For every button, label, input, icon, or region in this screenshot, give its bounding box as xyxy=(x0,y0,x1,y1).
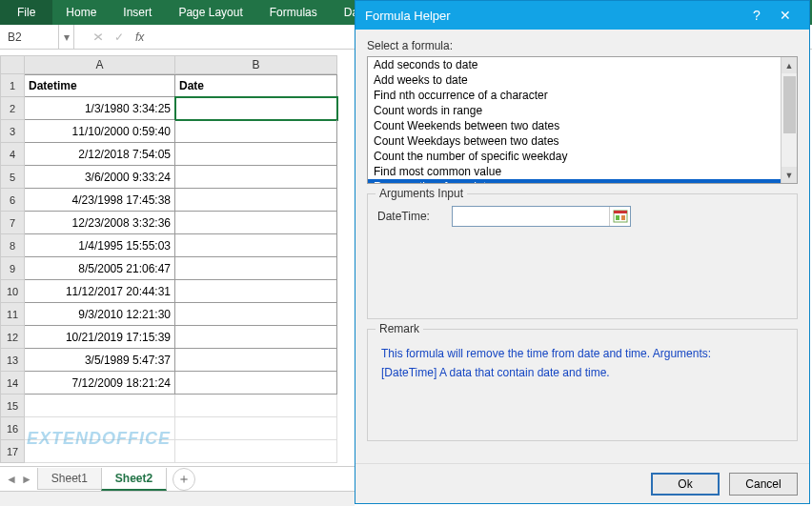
remark-line-1: This formula will remove the time from d… xyxy=(381,347,783,360)
row-header[interactable]: 3 xyxy=(0,120,25,143)
formula-option[interactable]: Add weeks to date xyxy=(368,72,781,88)
formula-option[interactable]: Find most common value xyxy=(368,164,781,179)
cell-b1[interactable]: Date xyxy=(175,74,337,97)
formula-option[interactable]: Count words in range xyxy=(368,103,781,118)
row-header[interactable]: 12 xyxy=(0,326,25,349)
row-header[interactable]: 9 xyxy=(0,257,25,280)
sheet-nav-prev-icon[interactable]: ◄ xyxy=(6,473,17,486)
row-header[interactable]: 13 xyxy=(0,349,25,372)
sheet-tab-sheet1[interactable]: Sheet1 xyxy=(37,468,102,490)
remark-line-2: [DateTime] A data that contain date and … xyxy=(381,366,783,379)
formula-option[interactable]: Count the number of specific weekday xyxy=(368,149,781,164)
cell-b15[interactable] xyxy=(175,395,337,417)
cancel-formula-icon[interactable]: ✕ xyxy=(92,30,104,44)
cell-a4[interactable]: 2/12/2018 7:54:05 xyxy=(25,143,175,166)
cell-a3[interactable]: 11/10/2000 0:59:40 xyxy=(25,120,175,143)
cell-b3[interactable] xyxy=(175,120,337,143)
cell-b12[interactable] xyxy=(175,326,337,349)
remark-legend: Remark xyxy=(376,322,423,335)
cell-b9[interactable] xyxy=(175,257,337,280)
row-header[interactable]: 11 xyxy=(0,303,25,326)
formula-option[interactable]: Count Weekdays between two dates xyxy=(368,133,781,149)
cell-b16[interactable] xyxy=(175,417,337,440)
arg-datetime-input[interactable] xyxy=(452,206,631,227)
cell-a5[interactable]: 3/6/2000 9:33:24 xyxy=(25,166,175,189)
scroll-down-icon[interactable]: ▼ xyxy=(782,167,797,183)
cell-b11[interactable] xyxy=(175,303,337,326)
sheet-tab-sheet2[interactable]: Sheet2 xyxy=(101,468,167,491)
formula-option[interactable]: Add seconds to date xyxy=(368,57,781,72)
row-header[interactable]: 16 xyxy=(0,417,25,440)
formula-list-scrollbar[interactable]: ▲ ▼ xyxy=(781,57,797,183)
scroll-up-icon[interactable]: ▲ xyxy=(782,57,797,73)
row-header[interactable]: 17 xyxy=(0,440,25,463)
row-header[interactable]: 6 xyxy=(0,189,25,212)
formula-list-items[interactable]: Add seconds to dateAdd weeks to dateFind… xyxy=(368,57,781,183)
cell-a12[interactable]: 10/21/2019 17:15:39 xyxy=(25,326,175,349)
formula-list: Add seconds to dateAdd weeks to dateFind… xyxy=(367,56,798,184)
cell-b17[interactable] xyxy=(175,440,337,463)
formula-option[interactable]: Remove time from date xyxy=(368,179,781,183)
name-box[interactable]: B2 xyxy=(0,25,59,49)
cell-a2[interactable]: 1/3/1980 3:34:25 xyxy=(25,97,175,120)
cancel-button[interactable]: Cancel xyxy=(729,473,798,496)
sheet-nav-next-icon[interactable]: ► xyxy=(21,473,32,486)
cell-a8[interactable]: 1/4/1995 15:55:03 xyxy=(25,234,175,257)
row-header[interactable]: 5 xyxy=(0,166,25,189)
ribbon-tab-formulas[interactable]: Formulas xyxy=(256,0,331,25)
ok-button[interactable]: Ok xyxy=(651,473,720,496)
dialog-help-button[interactable]: ? xyxy=(742,8,771,23)
svg-rect-1 xyxy=(614,211,627,213)
row-header[interactable]: 10 xyxy=(0,280,25,303)
formula-option[interactable]: Count Weekends between two dates xyxy=(368,118,781,133)
cell-b2[interactable] xyxy=(175,97,337,120)
range-selector-icon[interactable] xyxy=(609,207,630,226)
formula-option[interactable]: Find nth occurrence of a character xyxy=(368,88,781,103)
add-sheet-button[interactable]: ＋ xyxy=(173,468,195,491)
row-header[interactable]: 14 xyxy=(0,372,25,395)
cell-b5[interactable] xyxy=(175,166,337,189)
svg-rect-2 xyxy=(616,215,619,220)
formula-helper-dialog: Formula Helper ? ✕ Select a formula: Add… xyxy=(355,0,810,504)
ribbon-tab-pagelayout[interactable]: Page Layout xyxy=(165,0,255,25)
cell-b14[interactable] xyxy=(175,372,337,395)
svg-rect-3 xyxy=(621,215,625,220)
cell-a13[interactable]: 3/5/1989 5:47:37 xyxy=(25,349,175,372)
select-all-corner[interactable] xyxy=(0,55,25,74)
cell-b7[interactable] xyxy=(175,212,337,234)
select-formula-label: Select a formula: xyxy=(367,39,798,52)
scroll-thumb[interactable] xyxy=(783,76,796,133)
dialog-footer: Ok Cancel xyxy=(355,463,809,503)
ribbon-tab-file[interactable]: File xyxy=(0,0,52,25)
cell-b8[interactable] xyxy=(175,234,337,257)
horizontal-scrollbar[interactable] xyxy=(0,491,355,506)
cell-b6[interactable] xyxy=(175,189,337,212)
column-header-a[interactable]: A xyxy=(25,55,175,74)
cell-b10[interactable] xyxy=(175,280,337,303)
cell-a9[interactable]: 8/5/2005 21:06:47 xyxy=(25,257,175,280)
name-box-dropdown-icon[interactable]: ▾ xyxy=(59,25,74,49)
row-header[interactable]: 1 xyxy=(0,74,25,97)
cell-a6[interactable]: 4/23/1998 17:45:38 xyxy=(25,189,175,212)
cell-b4[interactable] xyxy=(175,143,337,166)
enter-formula-icon[interactable]: ✓ xyxy=(114,30,124,44)
dialog-titlebar[interactable]: Formula Helper ? ✕ xyxy=(355,1,809,30)
row-header[interactable]: 15 xyxy=(0,395,25,417)
ribbon-tab-insert[interactable]: Insert xyxy=(110,0,165,25)
cell-a14[interactable]: 7/12/2009 18:21:24 xyxy=(25,372,175,395)
dialog-close-button[interactable]: ✕ xyxy=(771,8,800,23)
row-header[interactable]: 4 xyxy=(0,143,25,166)
cell-a11[interactable]: 9/3/2010 12:21:30 xyxy=(25,303,175,326)
cell-a15[interactable] xyxy=(25,395,175,417)
row-header[interactable]: 8 xyxy=(0,234,25,257)
column-header-b[interactable]: B xyxy=(175,55,337,74)
cell-a10[interactable]: 11/12/2017 20:44:31 xyxy=(25,280,175,303)
row-header[interactable]: 7 xyxy=(0,212,25,234)
cell-b13[interactable] xyxy=(175,349,337,372)
ribbon-tab-home[interactable]: Home xyxy=(52,0,110,25)
row-header[interactable]: 2 xyxy=(0,97,25,120)
fx-icon[interactable]: fx xyxy=(135,30,144,44)
cell-a7[interactable]: 12/23/2008 3:32:36 xyxy=(25,212,175,234)
cell-a1[interactable]: Datetime xyxy=(25,74,175,97)
worksheet-grid: A B 1DatetimeDate21/3/1980 3:34:25311/10… xyxy=(0,55,355,463)
